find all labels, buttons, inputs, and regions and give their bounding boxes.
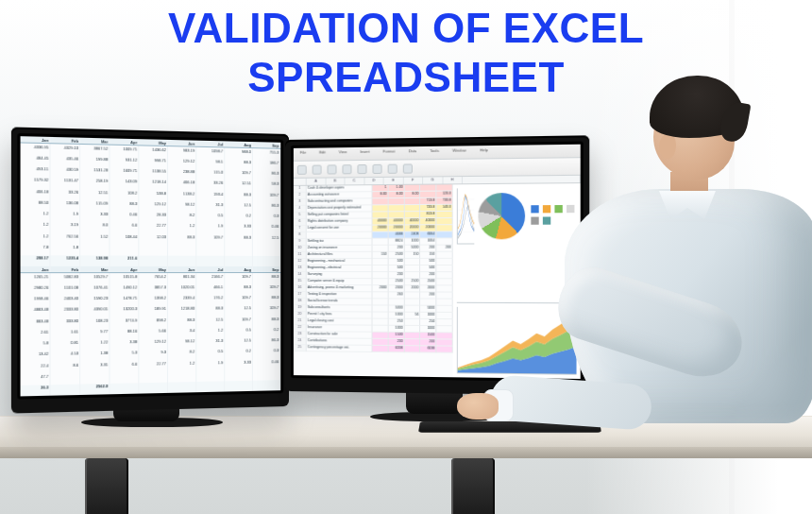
toolbar-icon: [313, 164, 322, 174]
toolbar-icon: [357, 163, 366, 173]
page-title: VALIDATION OF EXCEL SPREADSHEET: [0, 4, 812, 102]
headline-line1: VALIDATION OF EXCEL: [0, 4, 812, 53]
desk-leg-right: [451, 458, 495, 514]
toolbar-icon: [328, 164, 337, 174]
charts-panel: [453, 183, 581, 379]
headline-line2: SPREADSHEET: [0, 53, 812, 102]
desk-leg-left: [85, 458, 128, 514]
secondary-screen: [582, 309, 679, 379]
toolbar-icon: [403, 163, 413, 173]
monitor-left: JanFebMarAprMayJunJulAugSep4336.954329.1…: [11, 127, 289, 413]
pie-chart-legend: [531, 205, 576, 227]
pie-chart: [478, 187, 576, 244]
toolbar-icon: [388, 163, 398, 173]
desk-edge: [0, 447, 812, 458]
toolbar-icon: [342, 164, 351, 174]
stacked-area-chart: [457, 307, 577, 375]
monitor-left-screen: JanFebMarAprMayJunJulAugSep4336.954329.1…: [21, 136, 281, 396]
keyboard: [418, 421, 601, 433]
toolbar-icon: [373, 163, 382, 173]
monitor-right-screen: FileEditViewInsertFormatDataToolsWindowH…: [294, 145, 581, 379]
toolbar-icon: [297, 164, 307, 174]
monitor-right: FileEditViewInsertFormatDataToolsWindowH…: [285, 135, 589, 395]
line-chart: [457, 188, 474, 244]
pie-chart-pie: [478, 193, 525, 239]
stacked-bar-chart: [457, 248, 577, 303]
spreadsheet-rows: 1Cash & developer copies11.002Accounting…: [294, 184, 453, 377]
